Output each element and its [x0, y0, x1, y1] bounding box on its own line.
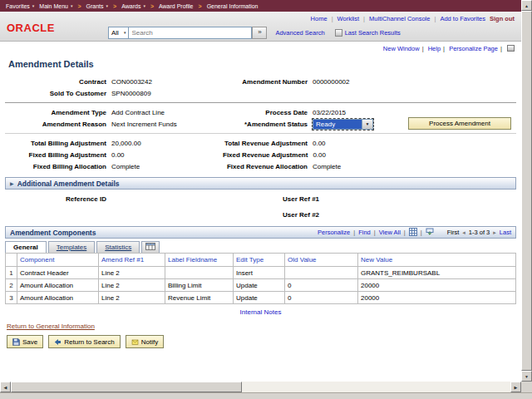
divider [5, 133, 516, 134]
fixed-billing-allocation-label: Fixed Billing Allocation [0, 163, 106, 170]
col-header-new-value[interactable]: New Value [358, 254, 516, 267]
page-toolbar: Save Return to Search Notify [7, 335, 521, 348]
save-button[interactable]: Save [7, 335, 43, 348]
pipe-separator [422, 45, 424, 52]
pipe-separator [434, 15, 436, 22]
show-all-columns-icon [145, 243, 155, 252]
content-viewport: Favorites▾ Main Menu▾ Grants▾ Awards▾ Aw… [0, 0, 521, 382]
zoom-grid-icon[interactable] [409, 228, 417, 238]
return-to-search-label: Return to Search [64, 338, 114, 346]
table-row[interactable]: 3 Amount Allocation Line 2 Revenue Limit… [6, 292, 516, 304]
horizontal-scrollbar[interactable]: ◀ ▶ [0, 382, 521, 392]
breadcrumb-main-menu[interactable]: Main Menu▾ [39, 3, 72, 9]
contract-label: Contract [0, 78, 106, 86]
save-icon [12, 338, 20, 346]
horizontal-scrollbar-thumb[interactable] [11, 382, 242, 392]
scroll-up-button[interactable]: ▲ [521, 0, 532, 11]
col-header-amend-ref[interactable]: Amend Ref #1 [99, 254, 165, 267]
amendment-status-value: Ready [313, 120, 362, 129]
copy-url-icon[interactable] [507, 45, 515, 52]
scroll-left-button[interactable]: ◀ [0, 382, 11, 392]
return-arrow-icon [54, 338, 62, 346]
chevron-down-icon: ▾ [71, 3, 73, 8]
tab-templates[interactable]: Templates [48, 241, 95, 253]
sign-out-link[interactable]: Sign out [490, 15, 515, 22]
cell-edit-type: Insert [234, 267, 285, 279]
col-header-label-fieldname[interactable]: Label Fieldname [165, 254, 234, 267]
cell-new-value: GRANTS_REIMBURSABL [358, 267, 516, 279]
page-action-bar: New Window Help Personalize Page [0, 42, 521, 54]
home-link[interactable]: Home [311, 15, 328, 22]
amendment-number-value: 0000000002 [308, 78, 350, 86]
add-to-favorites-link[interactable]: Add to Favorites [440, 15, 485, 22]
breadcrumb-grants[interactable]: Grants▾ [86, 3, 109, 9]
search-button[interactable]: » [252, 27, 267, 39]
return-to-search-button[interactable]: Return to Search [48, 335, 120, 348]
worklist-link[interactable]: Worklist [337, 15, 360, 22]
last-search-results-link[interactable]: Last Search Results [345, 29, 401, 37]
user-ref-1-label: User Ref #1 [283, 195, 319, 203]
tab-statistics[interactable]: Statistics [96, 241, 140, 253]
col-header-component[interactable]: Component [17, 254, 99, 267]
pipe-separator [363, 15, 365, 22]
expand-arrow-icon[interactable]: ▶ [10, 180, 14, 186]
chevron-down-icon: ▾ [124, 30, 126, 35]
find-link[interactable]: Find [358, 229, 371, 236]
new-window-link[interactable]: New Window [383, 45, 420, 52]
utility-links: Home Worklist MultiChannel Console Add t… [307, 15, 515, 22]
advanced-search-link[interactable]: Advanced Search [275, 29, 324, 37]
vertical-scrollbar-thumb[interactable] [521, 11, 532, 371]
amendment-number-label: Amendment Number [223, 78, 308, 86]
download-icon[interactable] [426, 228, 434, 238]
oracle-logo: ORACLE [7, 22, 55, 34]
multichannel-console-link[interactable]: MultiChannel Console [369, 15, 430, 22]
table-row[interactable]: 2 Amount Allocation Line 2 Billing Limit… [6, 279, 516, 292]
internal-notes-link[interactable]: Internal Notes [240, 308, 282, 316]
breadcrumb-separator-icon [199, 3, 202, 9]
additional-amendment-details-section[interactable]: ▶ Additional Amendment Details [5, 177, 516, 190]
next-page-icon[interactable]: ▸ [493, 229, 496, 236]
pipe-separator [374, 229, 376, 236]
search-scope-select[interactable]: All▾ [108, 27, 129, 39]
page-title: Amendment Details [8, 59, 521, 69]
table-row[interactable]: 1 Contract Header Line 2 Insert GRANTS_R… [6, 267, 516, 279]
search-input[interactable] [129, 27, 252, 39]
personalize-link[interactable]: Personalize [318, 229, 350, 236]
breadcrumb-general-information[interactable]: General Information [207, 3, 259, 9]
scroll-right-button[interactable]: ▶ [510, 382, 521, 392]
chevron-down-icon: ▾ [32, 3, 35, 8]
fixed-revenue-allocation-value: Complete [308, 163, 341, 170]
col-header-edit-type[interactable]: Edit Type [234, 254, 285, 267]
row-number-header [6, 254, 17, 267]
amendment-reason-value: Next Increment Funds [106, 121, 223, 128]
return-to-general-information-link[interactable]: Return to General Information [7, 323, 95, 330]
tab-general[interactable]: General [5, 241, 47, 253]
help-link[interactable]: Help [428, 45, 441, 52]
breadcrumb-award-profile[interactable]: Award Profile [159, 3, 194, 9]
pipe-separator [332, 15, 333, 22]
notify-button[interactable]: Notify [126, 335, 164, 348]
arrow-right-icon: ▶ [515, 385, 518, 390]
breadcrumb-favorites[interactable]: Favorites▾ [6, 3, 34, 9]
pipe-separator [443, 45, 445, 52]
chevron-down-icon[interactable]: ▼ [362, 120, 372, 129]
breadcrumb-separator-icon [77, 3, 81, 9]
last-link[interactable]: Last [500, 229, 511, 236]
col-header-old-value[interactable]: Old Value [285, 254, 358, 267]
search-scope-value: All [111, 29, 119, 37]
process-amendment-button[interactable]: Process Amendment [408, 117, 511, 130]
amendment-status-select[interactable]: Ready ▼ [313, 119, 373, 130]
chevron-down-icon: ▾ [143, 3, 145, 8]
breadcrumb-label: Main Menu [39, 3, 68, 9]
first-label: First [447, 229, 460, 236]
pipe-separator [353, 229, 355, 236]
view-all-link[interactable]: View All [379, 229, 401, 236]
personalize-page-link[interactable]: Personalize Page [449, 45, 498, 52]
row-number: 1 [6, 267, 17, 279]
previous-page-icon[interactable]: ◂ [462, 229, 466, 236]
breadcrumb-awards[interactable]: Awards▾ [121, 3, 145, 9]
breadcrumb-label: Awards [121, 3, 140, 9]
show-all-columns-tab[interactable] [141, 241, 160, 253]
scroll-down-button[interactable]: ▼ [521, 371, 532, 382]
vertical-scrollbar[interactable]: ▲ ▼ [521, 0, 532, 382]
